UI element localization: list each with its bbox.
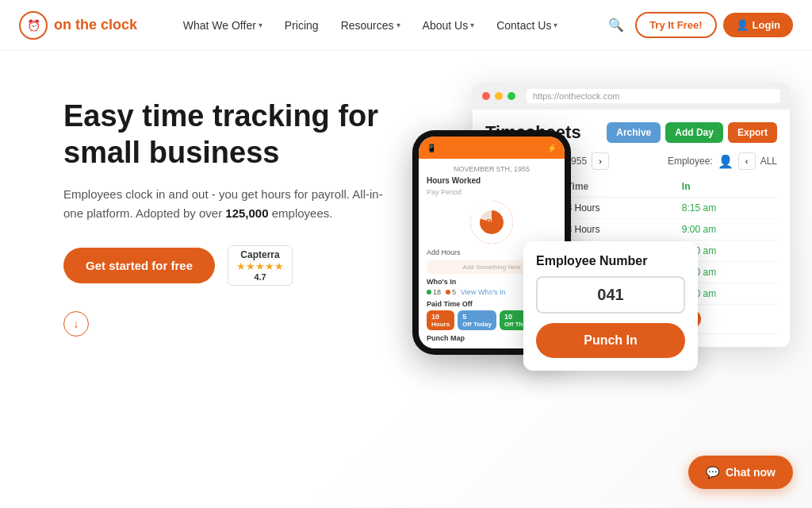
browser-dot-red <box>482 92 490 100</box>
export-button[interactable]: Export <box>728 122 777 143</box>
phone-status-bar: 📱 ⚡ <box>419 137 565 159</box>
logo-text: on the clock <box>54 17 137 33</box>
nav-item-contact-us[interactable]: Contact Us ▾ <box>487 13 567 38</box>
employee-overlay: Employee Number Punch In <box>523 241 698 371</box>
ts-next-period-button[interactable]: › <box>592 152 609 170</box>
nav-item-what-we-offer[interactable]: What We Offer ▾ <box>174 13 272 38</box>
view-whos-in-link[interactable]: View Who's In <box>461 288 506 296</box>
nav-item-about-us[interactable]: About Us ▾ <box>413 13 485 38</box>
get-started-button[interactable]: Get started for free <box>63 248 215 283</box>
logo[interactable]: ⏰ on the clock <box>19 11 137 40</box>
phone-hours-label: Hours Worked <box>427 176 557 185</box>
ts-employee: Employee: 👤 ‹ ALL <box>668 152 777 170</box>
col-in: In <box>676 176 777 198</box>
chat-icon: 💬 <box>706 466 719 479</box>
employee-icon: 👤 <box>718 154 733 169</box>
hero-title: Easy time tracking for small business <box>63 98 396 171</box>
chevron-down-icon: ▾ <box>470 21 474 29</box>
browser-dot-green <box>508 92 515 100</box>
phone-status-right: ⚡ <box>547 144 557 152</box>
phone-date: NOVEMBER 5TH, 1955 <box>427 165 557 173</box>
archive-button[interactable]: Archive <box>607 122 661 143</box>
login-button[interactable]: 👤 Login <box>723 13 793 37</box>
employee-overlay-title: Employee Number <box>536 254 685 268</box>
phone-status-left: 📱 <box>427 144 436 152</box>
employee-number-input[interactable] <box>536 276 685 314</box>
nav-item-pricing[interactable]: Pricing <box>275 13 328 38</box>
ts-prev-employee-button[interactable]: ‹ <box>738 152 756 170</box>
add-day-button[interactable]: Add Day <box>665 122 723 143</box>
in-dot <box>427 290 431 294</box>
in-count: 18 <box>427 288 441 296</box>
hero-section: Easy time tracking for small business Em… <box>0 51 812 508</box>
browser-bar: https://ontheclock.com <box>473 83 790 110</box>
chevron-down-icon: ▾ <box>396 21 400 29</box>
logo-icon: ⏰ <box>19 11 48 40</box>
punch-in-button[interactable]: Punch In <box>536 323 685 358</box>
out-count: 5 <box>446 288 456 296</box>
hero-right: https://ontheclock.com Timesheets Archiv… <box>412 83 774 464</box>
navbar: ⏰ on the clock What We Offer ▾ Pricing R… <box>0 0 812 51</box>
capterra-badge: Capterra ★★★★★ 4.7 <box>228 245 293 286</box>
browser-dot-yellow <box>495 92 503 100</box>
pto-badge-hours: 10 Hours <box>427 310 454 330</box>
out-dot <box>446 290 450 294</box>
chevron-down-icon: ▾ <box>553 21 557 29</box>
browser-url: https://ontheclock.com <box>527 89 780 103</box>
hero-actions: Get started for free Capterra ★★★★★ 4.7 <box>63 245 396 286</box>
nav-item-resources[interactable]: Resources ▾ <box>331 13 410 38</box>
phone-donut-wrap: 80 <box>427 201 557 244</box>
ts-buttons: Archive Add Day Export <box>607 122 777 143</box>
chevron-down-icon: ▾ <box>259 21 262 29</box>
pto-badge-today: 5 Off Today <box>458 310 496 330</box>
col-time: Time <box>560 176 675 198</box>
hero-left: Easy time tracking for small business Em… <box>63 83 396 337</box>
chat-now-button[interactable]: 💬 Chat now <box>688 456 793 489</box>
try-it-free-button[interactable]: Try It Free! <box>635 12 716 38</box>
search-button[interactable]: 🔍 <box>603 13 629 37</box>
phone-pay-period: Pay Period <box>427 188 557 196</box>
phone-donut: 80 <box>470 201 513 244</box>
person-icon: 👤 <box>736 19 749 31</box>
hero-subtitle: Employees clock in and out - you get hou… <box>63 185 396 223</box>
nav-actions: 🔍 Try It Free! 👤 Login <box>603 12 793 38</box>
nav-links: What We Offer ▾ Pricing Resources ▾ Abou… <box>174 13 568 38</box>
scroll-down-button[interactable]: ↓ <box>63 311 89 337</box>
